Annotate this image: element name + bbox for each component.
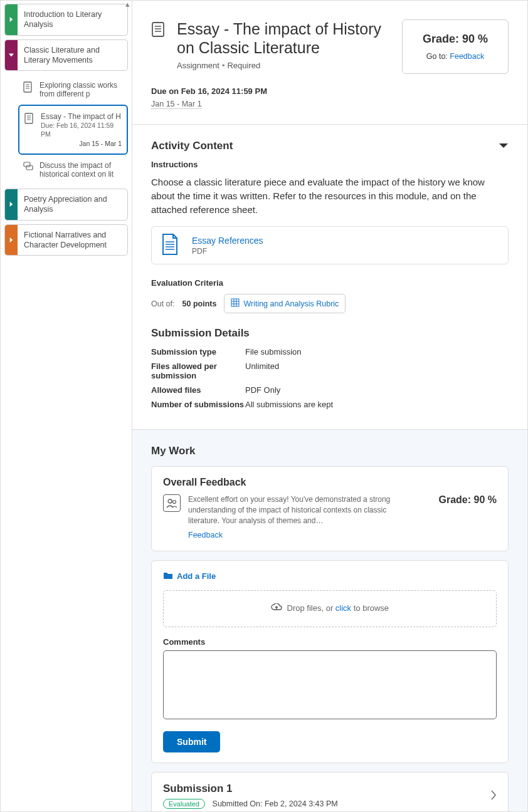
sidebar-item-label: Exploring classic works from different p — [40, 81, 123, 98]
my-work-section: My Work Overall Feedback Excellent effor… — [132, 429, 527, 811]
eval-heading: Evaluation Criteria — [151, 278, 509, 288]
svg-rect-0 — [24, 82, 31, 92]
table-row: Allowed filesPDF Only — [151, 385, 509, 395]
assignment-icon — [151, 21, 167, 39]
comments-label: Comments — [163, 637, 497, 647]
main-content: Essay - The impact of History on Classic… — [132, 1, 527, 811]
due-date: Due on Feb 16, 2024 11:59 PM — [151, 86, 509, 96]
chevron-right-icon — [5, 4, 18, 35]
chevron-right-icon — [490, 790, 497, 802]
page-meta: Assignment•Required — [177, 61, 393, 70]
svg-point-24 — [173, 501, 176, 504]
grid-icon — [231, 298, 240, 309]
sidebar-item-exploring[interactable]: Exploring classic works from different p — [18, 75, 128, 105]
folder-icon — [163, 571, 173, 581]
chevron-down-icon — [5, 40, 18, 71]
submitted-on: Submitted On: Feb 2, 2024 3:43 PM — [213, 799, 338, 808]
svg-point-23 — [168, 499, 172, 503]
instructions-text: Choose a classic literature piece and ev… — [151, 175, 509, 216]
feedback-link[interactable]: Feedback — [188, 530, 223, 541]
attachment-title: Essay References — [192, 236, 263, 246]
activity-heading: Activity Content — [151, 140, 233, 152]
activity-toggle[interactable]: Activity Content — [151, 140, 509, 152]
add-file-button[interactable]: Add a File — [163, 571, 497, 581]
module-label: Fictional Narratives and Character Devel… — [18, 225, 127, 256]
svg-rect-10 — [152, 23, 164, 36]
sidebar-item-essay[interactable]: Essay - The impact of H Due: Feb 16, 202… — [18, 105, 128, 155]
instructions-label: Instructions — [151, 160, 509, 169]
svg-rect-4 — [25, 113, 33, 123]
feedback-icon — [163, 494, 181, 512]
activity-content: Activity Content Instructions Choose a c… — [132, 125, 527, 429]
upload-panel: Add a File Drop files, or click to brows… — [151, 560, 509, 763]
grade-value: Grade: 90 % — [415, 33, 495, 46]
submission-details-heading: Submission Details — [151, 327, 509, 340]
module-item-classic[interactable]: Classic Literature and Literary Movement… — [4, 39, 128, 71]
sidebar-item-discuss[interactable]: Discuss the impact of historical context… — [18, 155, 128, 185]
feedback-text: Excellent effort on your essay! You've d… — [188, 495, 390, 525]
chevron-right-icon — [5, 189, 18, 220]
points-value: 50 points — [182, 299, 217, 308]
chevron-down-icon — [499, 142, 509, 151]
date-range[interactable]: Jan 15 - Mar 1 — [151, 100, 202, 109]
module-label: Classic Literature and Literary Movement… — [18, 40, 127, 71]
sidebar-item-label: Discuss the impact of historical context… — [40, 161, 123, 179]
scroll-up-icon[interactable]: ▴ — [124, 1, 130, 7]
page-title: Essay - The impact of History on Classic… — [177, 19, 393, 57]
grade-value: Grade: 90 % — [421, 494, 497, 506]
table-row: Number of submissionsAll submissions are… — [151, 400, 509, 409]
table-row: Submission typeFile submission — [151, 347, 509, 357]
upload-icon — [271, 605, 285, 614]
outof-label: Out of: — [151, 299, 175, 308]
table-row: Files allowed per submissionUnlimited — [151, 362, 509, 380]
sidebar-item-label: Essay - The impact of H Due: Feb 16, 202… — [41, 112, 122, 147]
module-children: Exploring classic works from different p… — [4, 75, 128, 185]
module-item-intro[interactable]: Introduction to Literary Analysis — [4, 4, 128, 36]
file-icon — [161, 233, 182, 258]
attachment-card[interactable]: Essay References PDF — [151, 226, 509, 264]
submit-button[interactable]: Submit — [163, 731, 220, 752]
sidebar: ▴ Introduction to Literary Analysis Clas… — [1, 1, 132, 811]
discussion-icon — [23, 162, 34, 174]
feedback-link[interactable]: Feedback — [450, 52, 484, 61]
module-item-fictional[interactable]: Fictional Narratives and Character Devel… — [4, 224, 128, 256]
overall-feedback-heading: Overall Feedback — [163, 477, 497, 488]
rubric-button[interactable]: Writing and Analysis Rubric — [224, 294, 346, 313]
file-dropzone[interactable]: Drop files, or click to browse — [163, 590, 497, 627]
svg-rect-8 — [24, 162, 30, 167]
submission-title: Submission 1 — [163, 783, 338, 795]
svg-rect-9 — [26, 165, 33, 170]
browse-link[interactable]: click — [335, 603, 351, 613]
module-item-poetry[interactable]: Poetry Appreciation and Analysis — [4, 189, 128, 221]
module-label: Poetry Appreciation and Analysis — [18, 189, 127, 220]
overall-feedback-panel: Overall Feedback Excellent effort on you… — [151, 466, 509, 551]
document-icon — [23, 81, 34, 95]
svg-rect-18 — [231, 299, 239, 306]
status-badge: Evaluated — [163, 799, 205, 809]
grade-panel: Grade: 90 % Go to: Feedback — [402, 19, 509, 74]
attachment-type: PDF — [192, 247, 263, 256]
module-label: Introduction to Literary Analysis — [18, 4, 127, 35]
document-icon — [24, 113, 36, 126]
chevron-right-icon — [5, 225, 18, 256]
comments-input[interactable] — [163, 650, 497, 719]
assignment-header: Essay - The impact of History on Classic… — [132, 1, 527, 125]
submission-item[interactable]: Submission 1 Evaluated Submitted On: Feb… — [151, 772, 509, 811]
mywork-heading: My Work — [151, 445, 509, 457]
